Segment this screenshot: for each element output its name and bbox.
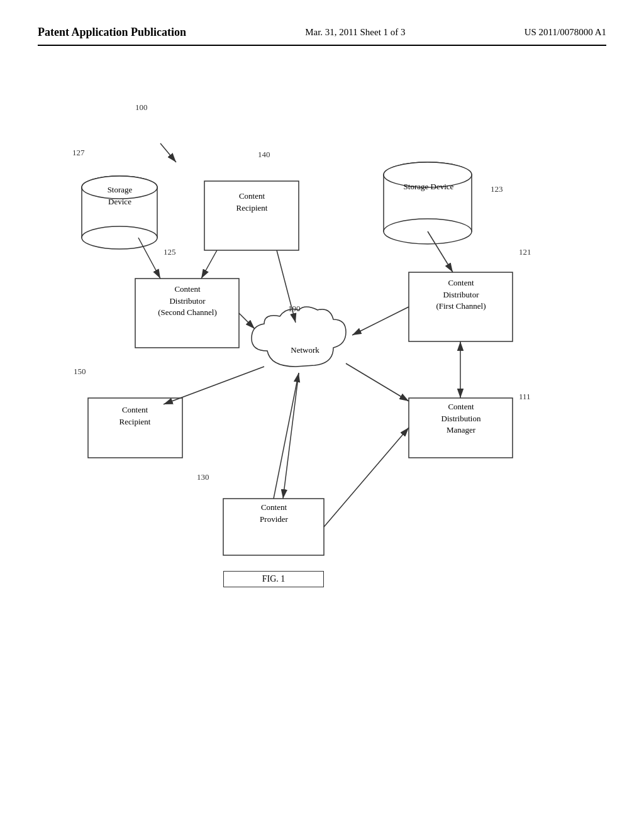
svg-line-19 [201,250,217,279]
svg-line-23 [352,307,409,335]
ref-125: 125 [164,247,176,257]
network-label: Network [270,345,340,356]
content-recipient-150-label: ContentRecipient [89,404,180,427]
content-distributor-second-label: ContentDistributor(Second Channel) [137,284,238,318]
svg-line-29 [274,373,299,499]
content-distributor-first-label: ContentDistributor(First Channel) [411,277,511,312]
page-header: Patent Application Publication Mar. 31, … [38,25,606,46]
content-recipient-140-label: ContentRecipient [206,191,297,213]
svg-line-24 [164,367,264,404]
ref-111: 111 [519,392,531,402]
storage-device-127-label: StorageDevice [80,184,159,207]
sheet-info: Mar. 31, 2011 Sheet 1 of 3 [305,25,405,40]
patent-number: US 2011/0078000 A1 [525,25,606,40]
ref-130: 130 [197,472,209,482]
ref-123: 123 [491,184,503,194]
publication-title: Patent Application Publication [38,25,186,40]
svg-line-25 [346,363,409,401]
diagram-area: 100 127 StorageDevice 123 Storage Device… [38,58,606,750]
svg-line-3 [160,143,176,162]
svg-line-22 [239,313,255,329]
svg-point-6 [82,226,157,249]
content-provider-label: ContentProvider [225,502,323,524]
ref-150: 150 [74,367,86,377]
storage-device-123-label: Storage Device [386,181,471,192]
ref-127: 127 [72,148,85,158]
svg-line-28 [324,428,409,527]
svg-line-26 [283,373,299,499]
content-distribution-manager-label: ContentDistributionManager [411,401,511,436]
page: Patent Application Publication Mar. 31, … [0,0,644,830]
figure-label: FIG. 1 [223,571,324,587]
ref-140: 140 [258,150,270,160]
ref-121: 121 [519,247,531,257]
ref-190: 190 [288,304,301,314]
ref-100: 100 [135,102,148,113]
